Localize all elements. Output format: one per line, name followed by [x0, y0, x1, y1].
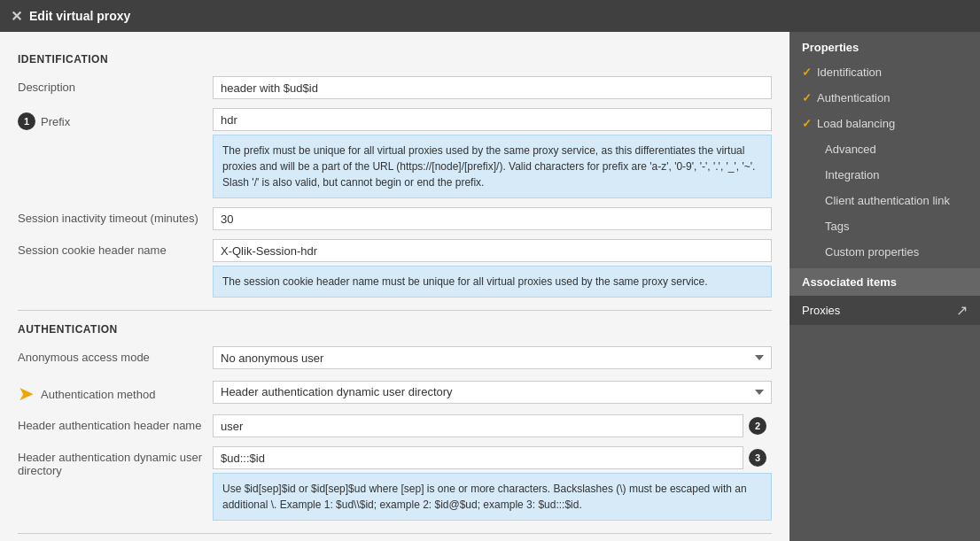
- sidebar-label-identification: Identification: [817, 66, 882, 79]
- auth-method-arrow: ➤: [18, 383, 34, 406]
- close-icon[interactable]: ✕: [11, 8, 22, 25]
- check-icon-identification: ✓: [802, 66, 812, 79]
- check-icon-load-balancing: ✓: [802, 117, 812, 130]
- auth-method-row: ➤ Authentication method Header authentic…: [18, 378, 772, 406]
- header-name-label: Header authentication header name: [18, 414, 213, 432]
- sidebar: Properties ✓ Identification ✓ Authentica…: [789, 32, 980, 541]
- session-cookie-info: The session cookie header name must be u…: [213, 266, 772, 298]
- auth-method-field: Header authentication dynamic user direc…: [213, 381, 772, 404]
- identification-section: IDENTIFICATION Description 1 Prefix The …: [18, 53, 772, 298]
- auth-method-select[interactable]: Header authentication dynamic user direc…: [213, 381, 772, 404]
- description-field: [213, 76, 772, 99]
- sidebar-item-integration[interactable]: Integration: [789, 162, 980, 188]
- page-title: Edit virtual proxy: [29, 9, 130, 23]
- anon-access-field: No anonymous user Allow anonymous Always…: [213, 346, 772, 369]
- sidebar-properties-title: Properties: [789, 32, 980, 59]
- prefix-input[interactable]: [213, 108, 772, 131]
- sidebar-item-custom-properties[interactable]: Custom properties: [789, 239, 980, 265]
- prefix-badge: 1: [18, 112, 35, 130]
- sidebar-item-tags[interactable]: Tags: [789, 213, 980, 239]
- header-name-input[interactable]: [213, 414, 743, 437]
- header-name-row: Header authentication header name 2: [18, 414, 772, 437]
- header-dynamic-input[interactable]: [213, 446, 743, 469]
- sidebar-item-identification[interactable]: ✓ Identification: [789, 59, 980, 85]
- sidebar-item-authentication[interactable]: ✓ Authentication: [789, 85, 980, 111]
- description-input[interactable]: [213, 76, 772, 99]
- sidebar-label-client-auth: Client authentication link: [825, 194, 950, 207]
- anon-access-row: Anonymous access mode No anonymous user …: [18, 346, 772, 369]
- check-icon-authentication: ✓: [802, 91, 812, 104]
- title-bar: ✕ Edit virtual proxy: [0, 0, 980, 32]
- anon-access-select[interactable]: No anonymous user Allow anonymous Always…: [213, 346, 772, 369]
- authentication-section: AUTHENTICATION Anonymous access mode No …: [18, 323, 772, 521]
- prefix-info: The prefix must be unique for all virtua…: [213, 135, 772, 198]
- session-cookie-field: The session cookie header name must be u…: [213, 239, 772, 298]
- header-name-badge: 2: [749, 417, 766, 435]
- session-timeout-row: Session inactivity timeout (minutes): [18, 207, 772, 230]
- session-cookie-input[interactable]: [213, 239, 772, 262]
- session-cookie-label: Session cookie header name: [18, 239, 213, 257]
- prefix-field: The prefix must be unique for all virtua…: [213, 108, 772, 198]
- prefix-label: 1 Prefix: [18, 108, 213, 130]
- anon-access-label: Anonymous access mode: [18, 346, 213, 364]
- sidebar-label-custom-properties: Custom properties: [825, 245, 919, 259]
- sidebar-label-authentication: Authentication: [817, 91, 890, 104]
- sidebar-label-integration: Integration: [825, 168, 879, 182]
- cursor-icon: ↗: [956, 302, 968, 319]
- sidebar-item-proxies[interactable]: Proxies ↗: [789, 296, 980, 325]
- header-dynamic-label: Header authentication dynamic user direc…: [18, 446, 213, 477]
- sidebar-label-proxies: Proxies: [802, 304, 840, 317]
- prefix-row: 1 Prefix The prefix must be unique for a…: [18, 108, 772, 198]
- auth-method-label: ➤ Authentication method: [18, 378, 213, 406]
- sidebar-label-advanced: Advanced: [825, 143, 876, 156]
- session-cookie-row: Session cookie header name The session c…: [18, 239, 772, 298]
- authentication-heading: AUTHENTICATION: [18, 323, 772, 336]
- content-area: IDENTIFICATION Description 1 Prefix The …: [0, 32, 789, 541]
- session-timeout-field: [213, 207, 772, 230]
- sidebar-label-tags: Tags: [825, 220, 849, 233]
- session-timeout-input[interactable]: [213, 207, 772, 230]
- header-dynamic-badge: 3: [749, 449, 766, 467]
- session-timeout-label: Session inactivity timeout (minutes): [18, 207, 213, 225]
- description-row: Description: [18, 76, 772, 99]
- header-dynamic-row: Header authentication dynamic user direc…: [18, 446, 772, 521]
- header-name-field: 2: [213, 414, 772, 437]
- header-dynamic-field: 3 Use $id[sep]$id or $id[sep]$ud where […: [213, 446, 772, 521]
- sidebar-label-load-balancing: Load balancing: [817, 117, 895, 130]
- sidebar-item-client-auth[interactable]: Client authentication link: [789, 188, 980, 213]
- description-label: Description: [18, 76, 213, 94]
- identification-heading: IDENTIFICATION: [18, 53, 772, 66]
- sidebar-item-load-balancing[interactable]: ✓ Load balancing: [789, 111, 980, 136]
- sidebar-associated-title: Associated items: [789, 268, 980, 296]
- header-dynamic-info: Use $id[sep]$id or $id[sep]$ud where [se…: [213, 473, 772, 521]
- sidebar-item-advanced[interactable]: Advanced: [789, 136, 980, 162]
